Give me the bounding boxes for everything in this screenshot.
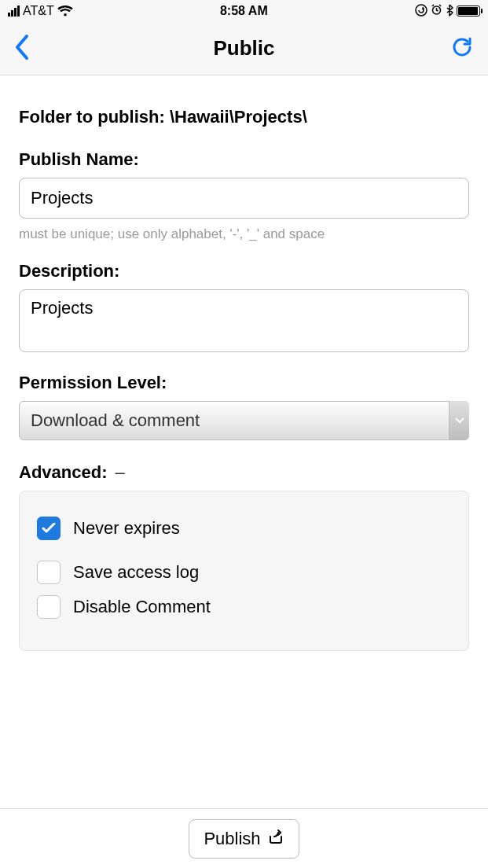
publish-button[interactable]: Publish — [189, 819, 299, 859]
disable-comment-checkbox[interactable] — [37, 595, 61, 619]
permission-level-value: Download & comment — [19, 401, 469, 440]
alarm-icon — [431, 4, 442, 18]
permission-level-select[interactable]: Download & comment — [19, 401, 469, 440]
content: Folder to publish: \Hawaii\Projects\ Pub… — [0, 75, 488, 670]
chevron-left-icon — [14, 34, 30, 64]
wifi-icon — [57, 6, 73, 17]
refresh-button[interactable] — [436, 35, 474, 62]
page-title: Public — [52, 36, 436, 61]
nav-bar: Public — [0, 22, 488, 75]
rotation-lock-icon — [415, 4, 427, 19]
never-expires-label: Never expires — [73, 518, 180, 539]
description-input[interactable] — [19, 289, 469, 352]
status-time: 8:58 AM — [220, 4, 268, 18]
battery-icon — [457, 6, 480, 17]
bottom-bar: Publish — [0, 808, 488, 868]
share-icon — [267, 828, 284, 850]
save-access-log-label: Save access log — [73, 562, 199, 583]
advanced-label-text: Advanced: — [19, 462, 107, 483]
carrier-label: AT&T — [23, 4, 54, 18]
back-button[interactable] — [14, 34, 52, 64]
status-left: AT&T — [8, 4, 73, 18]
publish-name-hint: must be unique; use only alphabet, '-', … — [19, 226, 469, 242]
svg-point-0 — [416, 5, 427, 16]
folder-label: Folder to publish: — [19, 107, 165, 127]
publish-button-label: Publish — [204, 829, 260, 849]
advanced-toggle-icon: – — [115, 462, 124, 483]
advanced-panel: Never expires Save access log Disable Co… — [19, 491, 469, 651]
never-expires-checkbox[interactable] — [37, 517, 61, 540]
signal-icon — [8, 6, 20, 17]
publish-name-input[interactable] — [19, 178, 469, 219]
folder-to-publish: Folder to publish: \Hawaii\Projects\ — [19, 107, 469, 127]
description-label: Description: — [19, 261, 469, 281]
folder-path: \Hawaii\Projects\ — [170, 107, 307, 127]
save-access-log-checkbox[interactable] — [37, 561, 61, 584]
bluetooth-icon — [446, 4, 453, 19]
permission-level-label: Permission Level: — [19, 373, 469, 393]
status-bar: AT&T 8:58 AM — [0, 0, 488, 22]
never-expires-row[interactable]: Never expires — [37, 517, 451, 540]
refresh-icon — [450, 35, 474, 62]
save-access-log-row[interactable]: Save access log — [37, 561, 451, 584]
advanced-label[interactable]: Advanced: – — [19, 462, 469, 483]
status-right — [415, 4, 480, 19]
publish-name-label: Publish Name: — [19, 149, 469, 170]
disable-comment-row[interactable]: Disable Comment — [37, 595, 451, 619]
disable-comment-label: Disable Comment — [73, 597, 211, 617]
chevron-down-icon — [449, 401, 469, 440]
